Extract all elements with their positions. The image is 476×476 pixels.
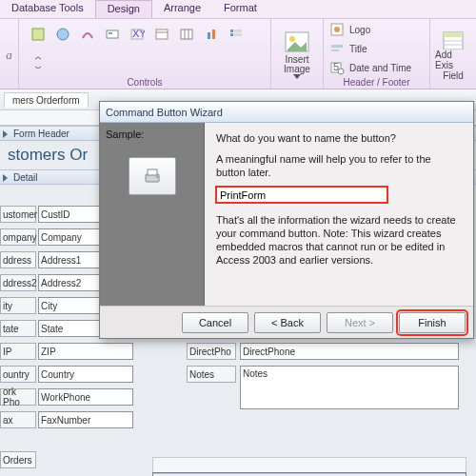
finish-button[interactable]: Finish xyxy=(399,312,466,333)
control-picker-2[interactable] xyxy=(53,25,72,44)
svg-rect-11 xyxy=(230,30,233,32)
svg-rect-25 xyxy=(444,32,463,37)
svg-rect-20 xyxy=(331,50,339,51)
command-button-wizard-dialog: Command Button Wizard Sample: What do yo… xyxy=(99,101,474,339)
label-zip[interactable]: IP xyxy=(0,343,36,360)
label-customerid[interactable]: ustomer xyxy=(0,206,36,223)
dialog-title-bar[interactable]: Command Button Wizard xyxy=(100,102,473,123)
label-notes[interactable]: Notes xyxy=(187,366,236,383)
logo-button[interactable]: Logo xyxy=(327,21,426,38)
svg-rect-13 xyxy=(234,30,242,32)
dropdown-arrow-icon xyxy=(293,74,301,79)
svg-point-18 xyxy=(334,27,340,32)
title-icon xyxy=(329,41,345,56)
svg-rect-6 xyxy=(156,30,168,39)
tab-database-tools[interactable]: Database Tools xyxy=(0,0,95,18)
ribbon-tab-strip: Database Tools Design Arrange Format xyxy=(0,0,476,19)
field-workphone[interactable]: WorkPhone xyxy=(38,388,133,406)
wizard-footer: Cancel < Back Next > Finish xyxy=(100,306,473,338)
orders-subform[interactable]: Form Header Detail xyxy=(152,472,466,476)
gallery-expand-arrow[interactable] xyxy=(29,53,48,72)
wizard-question-1: What do you want to name the button? xyxy=(216,132,462,146)
control-picker-5[interactable]: XYZ xyxy=(128,25,147,44)
label-company[interactable]: ompany xyxy=(0,228,36,246)
date-time-icon: 5 xyxy=(329,60,345,75)
control-picker-7[interactable] xyxy=(177,25,196,44)
insert-image-button[interactable]: Insert Image xyxy=(275,29,319,82)
svg-rect-0 xyxy=(32,29,44,40)
sample-label: Sample: xyxy=(100,129,144,140)
tab-format[interactable]: Format xyxy=(212,0,268,18)
svg-point-30 xyxy=(156,176,158,178)
svg-rect-12 xyxy=(230,33,233,36)
field-notes[interactable]: Notes xyxy=(240,366,459,409)
wizard-info-text: That's all the information the wizard ne… xyxy=(216,214,462,267)
button-name-input[interactable] xyxy=(216,187,387,203)
title-button[interactable]: Title xyxy=(327,40,426,57)
image-icon xyxy=(284,30,310,55)
control-picker-8[interactable] xyxy=(202,25,221,44)
form-tab[interactable]: mers Orderform xyxy=(4,92,89,108)
svg-rect-3 xyxy=(109,32,112,34)
orders-subform-ruler xyxy=(152,457,466,472)
add-existing-fields-button[interactable]: Add Exis Field xyxy=(434,29,472,82)
ribbon: a XYZ Controls Insert Image xyxy=(0,19,476,89)
svg-rect-8 xyxy=(181,30,192,39)
wizard-content: What do you want to name the button? A m… xyxy=(205,123,473,306)
label-city[interactable]: ity xyxy=(0,297,36,314)
svg-rect-9 xyxy=(208,32,210,39)
label-fax[interactable]: ax xyxy=(0,411,36,428)
add-existing-label-2: Field xyxy=(443,70,464,81)
back-button[interactable]: < Back xyxy=(254,312,321,333)
label-directphone[interactable]: DirectPho xyxy=(187,343,236,360)
control-picker-1[interactable] xyxy=(29,25,48,44)
text-format-button[interactable]: a xyxy=(4,46,14,65)
svg-point-23 xyxy=(338,69,344,74)
insert-image-label: Insert Image xyxy=(276,55,318,74)
print-icon xyxy=(143,167,162,186)
control-picker-3[interactable] xyxy=(78,25,97,44)
label-workphone[interactable]: ork Pho xyxy=(0,388,36,406)
label-address1[interactable]: ddress xyxy=(0,251,36,268)
control-picker-6[interactable] xyxy=(152,25,171,44)
tab-arrange[interactable]: Arrange xyxy=(152,0,212,18)
label-orders[interactable]: Orders xyxy=(0,451,36,468)
control-picker-9[interactable] xyxy=(227,25,246,44)
sample-panel: Sample: xyxy=(100,123,205,306)
svg-point-16 xyxy=(289,36,295,42)
cancel-button[interactable]: Cancel xyxy=(182,312,248,333)
wizard-question-2: A meaningful name will help you to refer… xyxy=(216,153,462,180)
field-fax[interactable]: FaxNumber xyxy=(38,411,133,428)
svg-rect-10 xyxy=(212,30,215,39)
group-headerfooter-label: Header / Footer xyxy=(327,76,426,89)
next-button: Next > xyxy=(327,312,393,333)
field-country[interactable]: Country xyxy=(38,366,133,383)
sample-button-preview xyxy=(129,157,176,195)
label-address2[interactable]: ddress2 xyxy=(0,274,36,291)
logo-icon xyxy=(329,22,345,37)
svg-rect-19 xyxy=(331,45,343,48)
svg-rect-29 xyxy=(148,169,157,175)
svg-point-1 xyxy=(57,29,69,40)
label-state[interactable]: tate xyxy=(0,320,36,337)
label-country[interactable]: ountry xyxy=(0,366,36,383)
fields-icon xyxy=(441,30,466,50)
date-time-button[interactable]: 5 Date and Time xyxy=(327,59,426,76)
field-zip[interactable]: ZIP xyxy=(38,343,133,360)
tab-design[interactable]: Design xyxy=(95,0,152,18)
add-existing-label-1: Add Exis xyxy=(435,50,471,70)
field-directphone[interactable]: DirectPhone xyxy=(240,343,459,360)
group-controls-label: Controls xyxy=(23,76,267,89)
svg-rect-14 xyxy=(234,33,242,36)
control-picker-4[interactable] xyxy=(103,25,122,44)
